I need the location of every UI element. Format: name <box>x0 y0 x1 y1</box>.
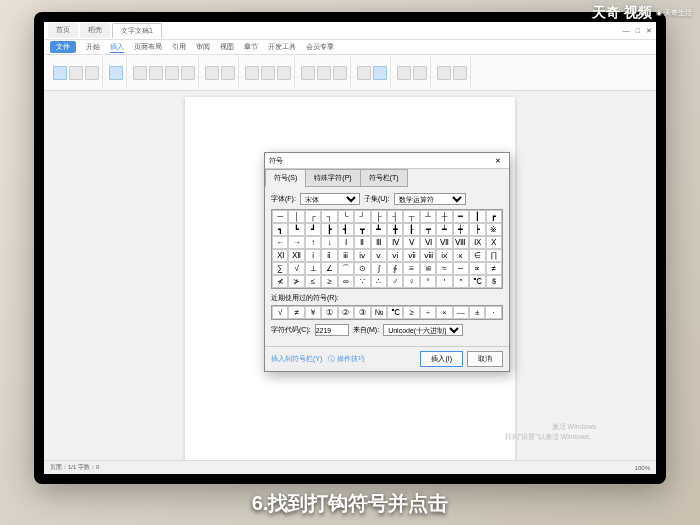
blank-page-icon[interactable] <box>69 66 83 80</box>
symbol-cell[interactable]: ┐ <box>321 210 337 223</box>
symbol-cell[interactable]: ∠ <box>321 262 337 275</box>
picture-icon[interactable] <box>133 66 147 80</box>
symbol-cell[interactable]: ┗ <box>288 223 304 236</box>
symbol-cell[interactable]: Ⅸ <box>469 236 485 249</box>
symbol-cell[interactable]: ≥ <box>321 275 337 288</box>
symbol-cell[interactable]: ∝ <box>469 262 485 275</box>
symbol-cell[interactable]: ─ <box>272 210 288 223</box>
symbol-cell[interactable]: → <box>288 236 304 249</box>
symbol-cell[interactable]: ＄ <box>486 275 502 288</box>
symbol-cell[interactable]: ┿ <box>453 223 469 236</box>
symbol-cell[interactable]: ∮ <box>387 262 403 275</box>
symbol-cell[interactable]: ⅶ <box>403 249 419 262</box>
symbol-cell[interactable]: ┠ <box>403 223 419 236</box>
symbol-cell[interactable]: ℃ <box>469 275 485 288</box>
symbol-cell[interactable]: ┣ <box>321 223 337 236</box>
symbol-cell[interactable]: ※ <box>486 223 502 236</box>
symbol-cell[interactable]: ← <box>272 236 288 249</box>
ribbon-tab-insert[interactable]: 插入 <box>110 42 124 53</box>
symbol-cell[interactable]: ∽ <box>453 262 469 275</box>
symbol-cell[interactable]: ⅹ <box>453 249 469 262</box>
recent-symbol-cell[interactable]: ② <box>338 306 354 319</box>
symbol-cell[interactable]: ∞ <box>338 275 354 288</box>
dialog-tab-special[interactable]: 特殊字符(P) <box>305 169 360 187</box>
symbol-cell[interactable]: Ⅳ <box>387 236 403 249</box>
shapes-icon[interactable] <box>149 66 163 80</box>
from-select[interactable]: Unicode(十六进制) <box>383 324 463 336</box>
app-tab-docer[interactable]: 稻壳 <box>80 23 110 38</box>
symbol-cell[interactable]: ⅲ <box>338 249 354 262</box>
symbol-cell[interactable]: ┬ <box>403 210 419 223</box>
recent-symbol-cell[interactable]: √ <box>272 306 288 319</box>
symbol-cell[interactable]: ⅰ <box>305 249 321 262</box>
symbol-cell[interactable]: ≤ <box>305 275 321 288</box>
bookmark-icon[interactable] <box>413 66 427 80</box>
cancel-button[interactable]: 取消 <box>467 351 503 367</box>
symbol-cell[interactable]: Ⅲ <box>371 236 387 249</box>
textbox-icon[interactable] <box>301 66 315 80</box>
symbol-cell[interactable]: Ⅶ <box>436 236 452 249</box>
symbol-cell[interactable]: │ <box>288 210 304 223</box>
symbol-cell[interactable]: ∈ <box>469 249 485 262</box>
ribbon-tab-review[interactable]: 审阅 <box>196 42 210 52</box>
page-break-icon[interactable] <box>85 66 99 80</box>
symbol-cell[interactable]: ┝ <box>469 223 485 236</box>
font-select[interactable]: 宋体 <box>300 193 360 205</box>
dialog-close-icon[interactable]: ✕ <box>491 157 505 165</box>
symbol-cell[interactable]: ↓ <box>321 236 337 249</box>
symbol-cell[interactable]: ┃ <box>469 210 485 223</box>
symbol-cell[interactable]: ⅵ <box>387 249 403 262</box>
symbol-cell[interactable]: ┫ <box>338 223 354 236</box>
symbol-cell[interactable]: Ⅷ <box>453 236 469 249</box>
symbol-cell[interactable]: ⅱ <box>321 249 337 262</box>
hyperlink-icon[interactable] <box>397 66 411 80</box>
symbol-cell[interactable]: ┯ <box>420 223 436 236</box>
symbol-cell[interactable]: ⌒ <box>338 262 354 275</box>
symbol-cell[interactable]: ↑ <box>305 236 321 249</box>
symbol-cell[interactable]: ≮ <box>272 275 288 288</box>
subset-select[interactable]: 数学运算符 <box>394 193 466 205</box>
insert-to-bar-link[interactable]: 插入到符号栏(Y) <box>271 354 322 364</box>
symbol-cell[interactable]: ≌ <box>420 262 436 275</box>
symbol-cell[interactable]: ┘ <box>354 210 370 223</box>
ribbon-tab-vip[interactable]: 会员专享 <box>306 42 334 52</box>
symbol-cell[interactable]: ∫ <box>371 262 387 275</box>
symbol-cell[interactable]: ┏ <box>486 210 502 223</box>
symbol-cell[interactable]: Ⅵ <box>420 236 436 249</box>
symbol-cell[interactable]: Ⅱ <box>354 236 370 249</box>
header-icon[interactable] <box>245 66 259 80</box>
dialog-titlebar[interactable]: 符号 ✕ <box>265 153 509 169</box>
ribbon-tab-section[interactable]: 章节 <box>244 42 258 52</box>
recent-symbol-cell[interactable]: ① <box>321 306 337 319</box>
symbol-cell[interactable]: ⅴ <box>371 249 387 262</box>
symbol-cell[interactable]: ┌ <box>305 210 321 223</box>
symbol-cell[interactable]: ⊙ <box>354 262 370 275</box>
smartart-icon[interactable] <box>205 66 219 80</box>
symbol-cell[interactable]: ⊥ <box>305 262 321 275</box>
tips-link[interactable]: ⓘ 操作技巧 <box>328 354 365 364</box>
ribbon-tab-dev[interactable]: 开发工具 <box>268 42 296 52</box>
symbol-cell[interactable]: ″ <box>453 275 469 288</box>
recent-symbol-cell[interactable]: — <box>453 306 469 319</box>
minimize-icon[interactable]: — <box>623 27 630 35</box>
symbol-cell[interactable]: └ <box>338 210 354 223</box>
symbol-cell[interactable]: ┼ <box>436 210 452 223</box>
symbol-cell[interactable]: ∴ <box>371 275 387 288</box>
recent-symbol-cell[interactable]: ≥ <box>403 306 419 319</box>
recent-symbol-cell[interactable]: № <box>371 306 387 319</box>
close-icon[interactable]: ✕ <box>646 27 652 35</box>
date-icon[interactable] <box>333 66 347 80</box>
symbol-cell[interactable]: ┴ <box>420 210 436 223</box>
dialog-tab-symbols[interactable]: 符号(S) <box>265 169 306 187</box>
symbol-cell[interactable]: ≯ <box>288 275 304 288</box>
recent-symbol-cell[interactable]: ③ <box>354 306 370 319</box>
charcode-input[interactable] <box>315 324 349 336</box>
dialog-tab-toolbar[interactable]: 符号栏(T) <box>360 169 408 187</box>
symbol-cell[interactable]: ┤ <box>387 210 403 223</box>
symbol-cell[interactable]: ♀ <box>403 275 419 288</box>
symbol-cell[interactable]: ┓ <box>272 223 288 236</box>
symbol-cell[interactable]: ⅸ <box>436 249 452 262</box>
symbol-cell[interactable]: ≠ <box>486 262 502 275</box>
cover-icon[interactable] <box>53 66 67 80</box>
attachment-icon[interactable] <box>453 66 467 80</box>
